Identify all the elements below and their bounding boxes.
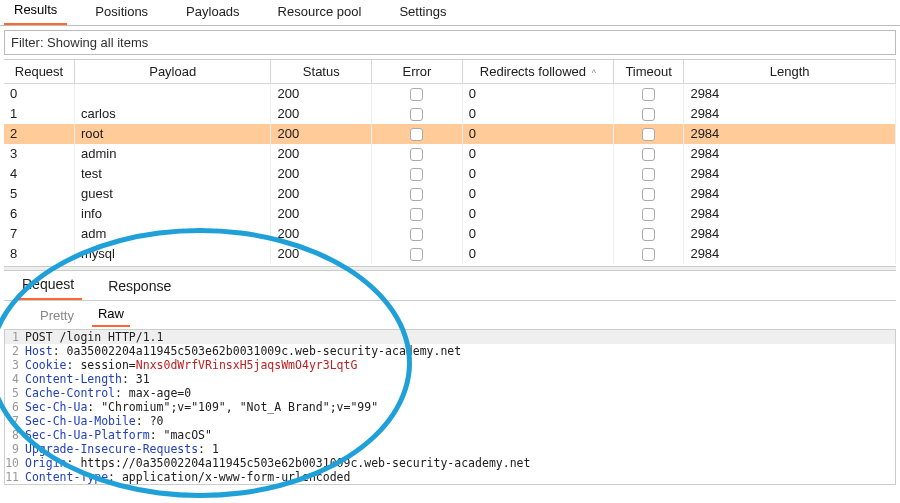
table-cell: [372, 144, 463, 164]
line-text: Cache-Control: max-age=0: [25, 386, 895, 400]
timeout-checkbox[interactable]: [642, 108, 655, 121]
table-cell: 200: [271, 164, 372, 184]
error-checkbox[interactable]: [410, 208, 423, 221]
table-cell: 1: [4, 104, 75, 124]
table-cell: guest: [75, 184, 271, 204]
sort-ascending-icon: ^: [592, 68, 596, 78]
col-header-error[interactable]: Error: [372, 60, 463, 84]
table-row[interactable]: 4test20002984: [4, 164, 896, 184]
col-header-length[interactable]: Length: [684, 60, 896, 84]
error-checkbox[interactable]: [410, 88, 423, 101]
raw-line: 11Content-Type: application/x-www-form-u…: [5, 470, 895, 484]
tab-payloads[interactable]: Payloads: [176, 0, 249, 25]
table-cell: 5: [4, 184, 75, 204]
error-checkbox[interactable]: [410, 168, 423, 181]
table-row[interactable]: 020002984: [4, 84, 896, 104]
line-number: 4: [5, 372, 25, 386]
table-cell: admin: [75, 144, 271, 164]
col-header-redirects[interactable]: Redirects followed ^: [462, 60, 613, 84]
tab-pretty[interactable]: Pretty: [34, 304, 80, 327]
tab-resource-pool[interactable]: Resource pool: [268, 0, 372, 25]
timeout-checkbox[interactable]: [642, 148, 655, 161]
table-cell: 2984: [684, 224, 896, 244]
col-header-status[interactable]: Status: [271, 60, 372, 84]
error-checkbox[interactable]: [410, 148, 423, 161]
table-cell: 0: [462, 224, 613, 244]
error-checkbox[interactable]: [410, 108, 423, 121]
table-row[interactable]: 6info20002984: [4, 204, 896, 224]
table-cell: [372, 244, 463, 264]
tab-settings[interactable]: Settings: [389, 0, 456, 25]
line-number: 3: [5, 358, 25, 372]
table-cell: 7: [4, 224, 75, 244]
timeout-checkbox[interactable]: [642, 188, 655, 201]
filter-bar[interactable]: Filter: Showing all items: [4, 30, 896, 55]
table-cell: [372, 84, 463, 104]
tab-results[interactable]: Results: [4, 0, 67, 25]
table-row[interactable]: 5guest20002984: [4, 184, 896, 204]
table-row[interactable]: 2root20002984: [4, 124, 896, 144]
table-cell: root: [75, 124, 271, 144]
timeout-checkbox[interactable]: [642, 248, 655, 261]
raw-request-editor[interactable]: 1POST /login HTTP/1.12Host: 0a35002204a1…: [4, 329, 896, 485]
table-cell: 200: [271, 104, 372, 124]
line-number: 6: [5, 400, 25, 414]
tab-raw[interactable]: Raw: [92, 302, 130, 327]
table-row[interactable]: 3admin20002984: [4, 144, 896, 164]
timeout-checkbox[interactable]: [642, 168, 655, 181]
error-checkbox[interactable]: [410, 228, 423, 241]
table-cell: [75, 84, 271, 104]
line-number: 9: [5, 442, 25, 456]
col-header-request[interactable]: Request: [4, 60, 75, 84]
table-cell: 0: [462, 184, 613, 204]
table-cell: 2984: [684, 244, 896, 264]
table-cell: 0: [462, 124, 613, 144]
line-number: 7: [5, 414, 25, 428]
table-cell: [372, 204, 463, 224]
table-cell: [372, 164, 463, 184]
raw-line: 10Origin: https://0a35002204a11945c503e6…: [5, 456, 895, 470]
table-cell: [613, 184, 684, 204]
table-cell: [372, 124, 463, 144]
top-tabs: Results Positions Payloads Resource pool…: [0, 0, 900, 26]
raw-line: 4Content-Length: 31: [5, 372, 895, 386]
table-cell: 0: [462, 164, 613, 184]
line-text: Upgrade-Insecure-Requests: 1: [25, 442, 895, 456]
table-cell: 2984: [684, 84, 896, 104]
table-cell: [372, 224, 463, 244]
table-cell: adm: [75, 224, 271, 244]
timeout-checkbox[interactable]: [642, 208, 655, 221]
table-cell: [613, 144, 684, 164]
table-cell: 2984: [684, 104, 896, 124]
table-cell: 3: [4, 144, 75, 164]
line-number: 10: [5, 456, 25, 470]
raw-line: 1POST /login HTTP/1.1: [5, 330, 895, 344]
error-checkbox[interactable]: [410, 188, 423, 201]
table-cell: test: [75, 164, 271, 184]
table-cell: [613, 224, 684, 244]
table-cell: 2984: [684, 184, 896, 204]
error-checkbox[interactable]: [410, 248, 423, 261]
line-number: 1: [5, 330, 25, 344]
line-text: Origin: https://0a35002204a11945c503e62b…: [25, 456, 895, 470]
line-text: Sec-Ch-Ua-Mobile: ?0: [25, 414, 895, 428]
table-cell: info: [75, 204, 271, 224]
timeout-checkbox[interactable]: [642, 128, 655, 141]
line-number: 11: [5, 470, 25, 484]
raw-line: 5Cache-Control: max-age=0: [5, 386, 895, 400]
tab-request[interactable]: Request: [14, 270, 82, 300]
table-row[interactable]: 7adm20002984: [4, 224, 896, 244]
table-row[interactable]: 8mysql20002984: [4, 244, 896, 264]
tab-positions[interactable]: Positions: [85, 0, 158, 25]
raw-line: 3Cookie: session=Nnxs0dWrfVRinsxH5jaqsWm…: [5, 358, 895, 372]
raw-line: 8Sec-Ch-Ua-Platform: "macOS": [5, 428, 895, 442]
table-cell: 0: [462, 244, 613, 264]
col-header-payload[interactable]: Payload: [75, 60, 271, 84]
results-table: Request Payload Status Error Redirects f…: [4, 59, 896, 264]
col-header-timeout[interactable]: Timeout: [613, 60, 684, 84]
tab-response[interactable]: Response: [100, 272, 179, 300]
timeout-checkbox[interactable]: [642, 88, 655, 101]
table-row[interactable]: 1carlos20002984: [4, 104, 896, 124]
timeout-checkbox[interactable]: [642, 228, 655, 241]
error-checkbox[interactable]: [410, 128, 423, 141]
